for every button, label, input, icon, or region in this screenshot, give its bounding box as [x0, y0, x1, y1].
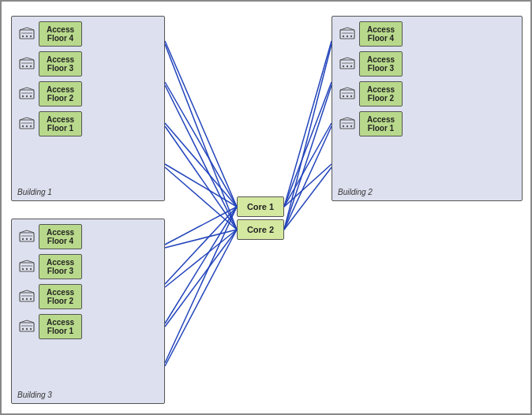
svg-rect-30 — [340, 90, 354, 99]
svg-line-82 — [165, 207, 237, 363]
svg-line-63 — [165, 85, 237, 230]
floor-b2-3: Access Floor 3 — [359, 51, 403, 77]
svg-point-17 — [22, 125, 24, 127]
svg-point-48 — [26, 268, 28, 270]
building3-label: Building 3 — [17, 391, 52, 399]
svg-point-19 — [30, 125, 32, 127]
svg-line-83 — [165, 230, 237, 366]
floor-row: Access Floor 2 — [18, 81, 158, 107]
svg-rect-10 — [20, 90, 34, 99]
building2: Access Floor 4 Access Floor 3 Ac — [332, 16, 523, 201]
svg-line-81 — [165, 230, 237, 327]
svg-point-24 — [350, 36, 352, 37]
svg-rect-35 — [340, 120, 354, 129]
svg-point-49 — [30, 268, 32, 270]
svg-point-33 — [347, 95, 348, 97]
svg-point-23 — [347, 36, 348, 37]
switch-icon — [18, 27, 36, 41]
svg-line-72 — [284, 123, 332, 207]
building2-label: Building 2 — [338, 188, 373, 196]
floor-b3-4: Access Floor 4 — [39, 224, 82, 249]
svg-line-61 — [165, 44, 237, 230]
svg-line-65 — [165, 126, 237, 230]
floor-b3-2: Access Floor 2 — [39, 284, 82, 309]
floor-b1-4: Access Floor 4 — [39, 21, 82, 47]
floor-row: Access Floor 3 — [339, 51, 515, 77]
floor-b2-4: Access Floor 4 — [359, 21, 403, 47]
svg-line-64 — [165, 123, 237, 207]
svg-point-54 — [30, 298, 32, 300]
svg-point-42 — [22, 238, 24, 240]
svg-point-53 — [26, 298, 28, 300]
svg-point-57 — [22, 328, 24, 330]
floor-row: Access Floor 1 — [18, 111, 158, 136]
floor-row: Access Floor 3 — [18, 254, 158, 279]
building1: Access Floor 4 Access Floor 3 Ac — [11, 16, 165, 201]
svg-rect-5 — [20, 60, 34, 69]
switch-icon — [18, 260, 36, 274]
svg-line-68 — [284, 41, 332, 207]
svg-line-73 — [284, 126, 332, 230]
switch-icon — [339, 117, 356, 131]
svg-rect-25 — [340, 60, 354, 69]
svg-rect-20 — [340, 30, 354, 39]
main-container: Access Floor 4 Access Floor 3 Ac — [0, 0, 532, 415]
svg-line-69 — [284, 44, 332, 230]
floor-b1-3: Access Floor 3 — [39, 51, 82, 77]
switch-icon — [18, 117, 36, 131]
switch-icon — [18, 57, 36, 71]
floor-b1-2: Access Floor 2 — [39, 81, 82, 107]
svg-point-22 — [343, 36, 344, 37]
svg-line-60 — [165, 41, 237, 207]
svg-line-66 — [165, 164, 237, 207]
floor-row: Access Floor 2 — [18, 284, 158, 309]
svg-line-80 — [165, 207, 237, 323]
svg-line-79 — [165, 230, 237, 287]
core2-label: Core 2 — [247, 225, 274, 234]
svg-point-58 — [26, 328, 28, 330]
svg-point-29 — [350, 65, 352, 67]
floor-row: Access Floor 4 — [18, 224, 158, 249]
switch-icon — [18, 290, 36, 304]
floor-row: Access Floor 2 — [339, 81, 515, 107]
svg-line-71 — [284, 85, 332, 230]
svg-line-74 — [284, 164, 332, 207]
floor-row: Access Floor 1 — [339, 111, 515, 136]
svg-point-14 — [30, 95, 32, 97]
svg-rect-40 — [20, 233, 34, 241]
svg-point-12 — [22, 95, 24, 97]
svg-point-39 — [350, 125, 352, 127]
floor-row: Access Floor 4 — [339, 21, 515, 47]
svg-line-75 — [284, 167, 332, 230]
svg-point-9 — [30, 65, 32, 67]
switch-icon — [18, 87, 36, 101]
svg-line-77 — [165, 230, 237, 248]
svg-line-62 — [165, 82, 237, 207]
svg-point-44 — [30, 238, 32, 240]
svg-point-7 — [22, 65, 24, 67]
svg-point-32 — [343, 95, 344, 97]
svg-point-34 — [350, 95, 352, 97]
svg-rect-55 — [20, 323, 34, 331]
floor-b3-3: Access Floor 3 — [39, 254, 82, 279]
svg-rect-0 — [20, 30, 34, 39]
svg-point-38 — [347, 125, 348, 127]
floor-b3-1: Access Floor 1 — [39, 314, 82, 339]
svg-rect-15 — [20, 120, 34, 129]
svg-line-78 — [165, 207, 237, 284]
switch-icon — [339, 87, 356, 101]
svg-point-37 — [343, 125, 344, 127]
svg-point-3 — [26, 36, 28, 37]
svg-point-2 — [22, 36, 24, 37]
svg-point-18 — [26, 125, 28, 127]
svg-point-8 — [26, 65, 28, 67]
building3: Access Floor 4 Access Floor 3 Ac — [11, 219, 165, 404]
svg-line-76 — [165, 207, 237, 245]
svg-point-43 — [26, 238, 28, 240]
svg-line-67 — [165, 167, 237, 230]
switch-icon — [339, 57, 356, 71]
core1-label: Core 1 — [247, 202, 274, 211]
svg-line-70 — [284, 82, 332, 207]
floor-b2-1: Access Floor 1 — [359, 111, 403, 136]
svg-point-52 — [22, 298, 24, 300]
